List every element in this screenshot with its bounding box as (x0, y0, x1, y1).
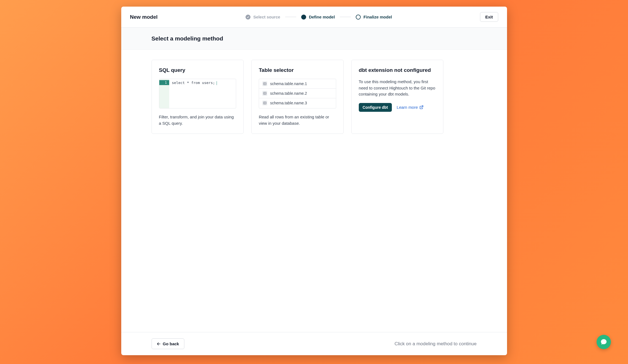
content-area: SQL query 1 select * from users; Filter,… (121, 50, 507, 332)
step-label: Finalize model (363, 15, 392, 19)
sql-code: select * from users; (169, 79, 236, 108)
page-title: New model (130, 14, 158, 20)
check-circle-icon (246, 15, 250, 20)
step-label: Select source (253, 15, 280, 19)
cursor-icon (217, 81, 217, 85)
step-label: Define model (309, 15, 335, 19)
table-row: schema.table.name.1 (259, 79, 336, 89)
exit-button[interactable]: Exit (480, 12, 498, 22)
card-description: Filter, transform, and join your data us… (159, 114, 236, 126)
section-title: Select a modeling method (152, 35, 477, 42)
table-name: schema.table.name.2 (270, 91, 307, 96)
modal-footer: Go back Click on a modeling method to co… (121, 332, 507, 355)
subheader: Select a modeling method (121, 28, 507, 50)
link-label: Learn more (397, 105, 418, 110)
card-actions: Configure dbt Learn more (359, 103, 436, 112)
table-name: schema.table.name.1 (270, 82, 307, 86)
stepper: Select source Define model Finalize mode… (158, 15, 480, 20)
configure-dbt-button[interactable]: Configure dbt (359, 103, 392, 112)
card-sql-query[interactable]: SQL query 1 select * from users; Filter,… (152, 60, 244, 134)
arrow-left-icon (157, 342, 161, 346)
table-row: schema.table.name.3 (259, 98, 336, 108)
table-icon (262, 91, 267, 96)
chat-launcher-button[interactable] (597, 335, 611, 349)
footer-hint: Click on a modeling method to continue (395, 341, 477, 347)
svg-line-12 (421, 106, 423, 108)
method-cards: SQL query 1 select * from users; Filter,… (152, 60, 444, 134)
button-label: Go back (163, 341, 179, 346)
line-number: 1 (159, 80, 169, 85)
new-model-modal: New model Select source Define model Fin… (121, 7, 507, 355)
modal-header: New model Select source Define model Fin… (121, 7, 507, 28)
learn-more-link[interactable]: Learn more (397, 105, 424, 110)
step-select-source[interactable]: Select source (246, 15, 280, 20)
card-dbt: dbt extension not configured To use this… (351, 60, 444, 134)
sql-preview: 1 select * from users; (159, 79, 236, 108)
step-define-model[interactable]: Define model (301, 15, 335, 20)
table-name: schema.table.name.3 (270, 101, 307, 105)
table-icon (262, 100, 267, 105)
external-link-icon (419, 105, 424, 109)
step-divider (285, 17, 296, 17)
table-row: schema.table.name.2 (259, 89, 336, 98)
card-description: Read all rows from an existing table or … (259, 114, 336, 126)
card-table-selector[interactable]: Table selector schema.table.name.1 schem… (251, 60, 344, 134)
go-back-button[interactable]: Go back (152, 338, 184, 349)
card-description: To use this modeling method, you first n… (359, 79, 436, 97)
card-title: dbt extension not configured (359, 67, 436, 73)
step-divider (340, 17, 351, 17)
circle-outline-icon (356, 15, 361, 20)
card-title: Table selector (259, 67, 336, 73)
table-list-preview: schema.table.name.1 schema.table.name.2 … (259, 79, 336, 108)
card-title: SQL query (159, 67, 236, 73)
chat-icon (600, 338, 607, 346)
sql-gutter: 1 (159, 79, 169, 108)
step-finalize-model[interactable]: Finalize model (356, 15, 392, 20)
table-icon (262, 81, 267, 86)
circle-filled-icon (301, 15, 306, 20)
